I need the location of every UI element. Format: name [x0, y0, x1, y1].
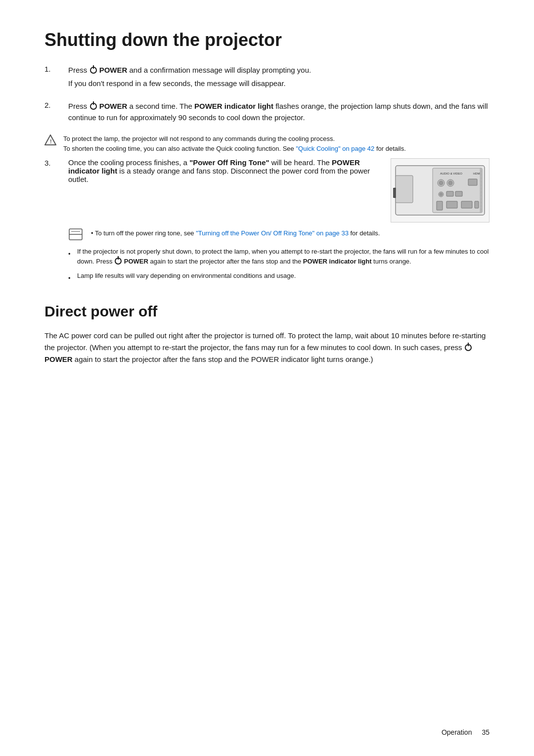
projector-img-box: AUDIO & VIDEO HDMI	[391, 158, 490, 222]
svg-text:!: !	[50, 138, 52, 144]
bullet-dot-1: •	[68, 249, 72, 259]
step2-number: 2.	[44, 100, 68, 109]
footer-section-label: Operation	[442, 728, 472, 736]
bullet-item-2: • Lamp life results will vary depending …	[68, 271, 490, 283]
svg-point-10	[439, 181, 443, 185]
svg-point-15	[440, 193, 443, 196]
step3-row: 3. Once the cooling process finishes, a …	[44, 158, 490, 222]
tip-ring-tone-text: • To turn off the power ring tone, see "…	[91, 228, 380, 238]
step3-para: Once the cooling process finishes, a "Po…	[68, 158, 379, 183]
warning-text: To protect the lamp, the projector will …	[63, 134, 406, 153]
footer-page-number: 35	[482, 728, 490, 736]
projector-back-panel-image: AUDIO & VIDEO HDMI	[391, 158, 490, 222]
direct-power-section: Direct power off The AC power cord can b…	[44, 303, 490, 365]
svg-rect-13	[468, 179, 477, 185]
tip1-suffix: for details.	[349, 229, 380, 237]
shutting-down-section: Shutting down the projector 1. Press POW…	[44, 30, 490, 283]
step-1: 1. Press POWER and a confirmation messag…	[44, 64, 490, 91]
svg-point-12	[448, 181, 452, 185]
svg-rect-18	[437, 201, 443, 210]
warning-main-text: To protect the lamp, the projector will …	[63, 135, 335, 142]
svg-text:HDMI: HDMI	[473, 172, 481, 175]
warning-box: ! To protect the lamp, the projector wil…	[44, 134, 490, 153]
svg-rect-21	[475, 201, 479, 208]
step1-main: Press POWER and a confirmation message w…	[68, 64, 490, 76]
body-part1: The AC power cord can be pulled out righ…	[44, 331, 486, 352]
svg-rect-19	[446, 201, 457, 208]
ring-tone-link[interactable]: "Turning off the Power On/ Off Ring Tone…	[196, 229, 349, 237]
step3-wrapper: 3. Once the cooling process finishes, a …	[44, 158, 490, 222]
svg-rect-17	[455, 191, 462, 196]
power-icon-2	[90, 103, 97, 110]
body-part2: again to start the projector after the f…	[73, 355, 373, 363]
svg-rect-16	[446, 191, 453, 196]
projector-svg: AUDIO & VIDEO HDMI	[393, 161, 487, 220]
page-content: Shutting down the projector 1. Press POW…	[0, 0, 534, 405]
svg-text:AUDIO & VIDEO: AUDIO & VIDEO	[440, 172, 462, 175]
power-icon-3	[115, 258, 122, 265]
bullet-list: • If the projector is not properly shut …	[68, 247, 490, 283]
steps-list: 1. Press POWER and a confirmation messag…	[44, 64, 490, 125]
svg-rect-20	[461, 201, 472, 208]
bullet1-text: If the projector is not properly shut do…	[77, 247, 490, 266]
tip-ring-tone: • To turn off the power ring tone, see "…	[68, 228, 490, 242]
quick-cooling-link[interactable]: "Quick Cooling" on page 42	[296, 145, 374, 152]
power-icon-4	[465, 344, 472, 351]
step3-text: Once the cooling process finishes, a "Po…	[68, 158, 379, 183]
section2-body: The AC power cord can be pulled out righ…	[44, 330, 490, 365]
warning-triangle-icon: !	[44, 134, 58, 148]
step2-content: Press POWER a second time. The POWER ind…	[68, 100, 490, 126]
tip-book-icon	[68, 228, 86, 242]
step1-content: Press POWER and a confirmation message w…	[68, 64, 490, 91]
bullet2-text: Lamp life results will vary depending on…	[77, 271, 296, 281]
section2-title: Direct power off	[44, 303, 490, 320]
section1-title: Shutting down the projector	[44, 30, 490, 50]
step1-number: 1.	[44, 64, 68, 73]
svg-rect-3	[396, 176, 413, 203]
step2-main: Press POWER a second time. The POWER ind…	[68, 100, 490, 124]
tip1-prefix: To turn off the power ring tone, see	[95, 229, 196, 237]
power-icon-1	[90, 67, 97, 74]
warning-note-text: To shorten the cooling time, you can als…	[63, 145, 406, 152]
bullet-dot-2: •	[68, 273, 72, 283]
step3-content: Once the cooling process finishes, a "Po…	[68, 158, 490, 222]
page-footer: Operation 35	[442, 728, 490, 736]
step3-number: 3.	[44, 158, 68, 167]
body-bold: POWER	[44, 355, 73, 363]
step1-sub: If you don't respond in a few seconds, t…	[68, 78, 490, 89]
step-2: 2. Press POWER a second time. The POWER …	[44, 100, 490, 126]
bullet-item-1: • If the projector is not properly shut …	[68, 247, 490, 266]
